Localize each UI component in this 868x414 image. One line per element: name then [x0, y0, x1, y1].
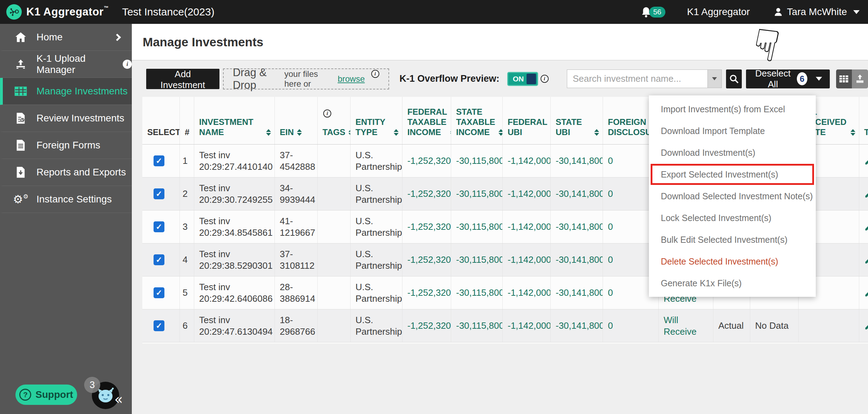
user-name: Tara McWhite — [787, 6, 847, 18]
cell-federal_ubi: -1,142,000 — [503, 309, 551, 342]
cell-federal_taxable_income: -1,252,320 — [402, 309, 451, 342]
col-header-state_taxable_income[interactable]: STATE TAXABLE INCOME — [451, 97, 503, 144]
sidebar-item-label: K-1 Upload Manager — [36, 53, 114, 75]
info-icon[interactable]: i — [123, 60, 132, 69]
brand-name: K1 Aggregator™ — [26, 6, 109, 18]
search-button[interactable] — [726, 69, 742, 88]
select-cell — [142, 145, 180, 177]
col-header-select: SELECT — [142, 97, 180, 144]
row-checkbox[interactable] — [154, 188, 164, 199]
support-button[interactable]: ? Support — [15, 385, 77, 405]
sidebar-item-foreign-forms[interactable]: Foreign Forms — [0, 132, 132, 159]
sidebar-item-manage-investments[interactable]: Manage Investments — [0, 78, 132, 105]
menu-item-delete-selected-investments[interactable]: Delete Selected Investment(s) — [649, 251, 816, 272]
col-header-label: FEDERAL TAXABLE INCOME — [407, 107, 447, 137]
row-checkbox[interactable] — [154, 155, 164, 166]
col-header-tags[interactable]: TAGSi — [318, 97, 351, 144]
cell-tags — [318, 145, 351, 177]
select-cell — [142, 243, 180, 276]
col-header-federal_ubi[interactable]: FEDERAL UBI — [503, 97, 551, 144]
document-icon — [14, 139, 27, 151]
cell-ein: 41-1219667 — [275, 211, 318, 243]
row-checkbox[interactable] — [154, 287, 164, 298]
row-checkbox[interactable] — [154, 221, 164, 232]
cell-federal_ubi: -1,142,000 — [503, 178, 551, 210]
add-investment-button[interactable]: Add Investment — [146, 69, 219, 89]
view-toggle-group — [836, 69, 868, 88]
col-header-label: # — [185, 127, 189, 137]
cell-name: Test inv 20:29:47.6130494 — [194, 309, 275, 342]
sidebar-item-review-investments[interactable]: Review Investments — [0, 105, 132, 132]
cell-federal_taxable_income: -1,252,320 — [402, 145, 451, 177]
table-view-button[interactable] — [836, 69, 852, 88]
search-filter-dropdown[interactable] — [707, 70, 721, 88]
row-checkbox[interactable] — [154, 320, 164, 331]
edit-cell — [859, 276, 868, 309]
edit-icon[interactable] — [864, 156, 868, 166]
deselect-all-button[interactable]: Deselect All 6 — [746, 69, 829, 88]
info-icon[interactable]: i — [323, 109, 331, 118]
col-header-state_ubi[interactable]: STATE UBI — [551, 97, 603, 144]
upload-view-button[interactable] — [852, 69, 868, 88]
cell-foreign_disclosure: 0 — [603, 309, 659, 342]
molecule-icon — [9, 7, 19, 17]
cell-state_taxable_income: -30,115,800 — [451, 211, 503, 243]
menu-item-lock-selected-investments[interactable]: Lock Selected Investment(s) — [649, 207, 816, 229]
cell-name: Test inv 20:29:42.6406086 — [194, 276, 275, 309]
menu-item-download-selected-investment-notes[interactable]: Download Selected Investment Note(s) — [649, 185, 816, 207]
menu-item-download-import-template[interactable]: Download Import Template — [649, 120, 816, 142]
edit-icon[interactable] — [864, 288, 868, 298]
document-chart-icon — [14, 112, 27, 124]
question-mark-icon: ? — [19, 389, 31, 401]
cell-num: 5 — [180, 276, 194, 309]
notification-count-badge: 56 — [649, 7, 665, 18]
cell-k1_status: Will Receive — [659, 309, 713, 342]
edit-icon[interactable] — [864, 255, 868, 265]
cat-bot-icon — [96, 387, 115, 404]
info-icon[interactable]: i — [371, 70, 379, 78]
edit-icon[interactable] — [864, 321, 868, 330]
edit-icon[interactable] — [864, 222, 868, 232]
notifications-button[interactable]: 56 — [641, 6, 665, 18]
cell-num: 2 — [180, 178, 194, 210]
col-header-entity[interactable]: ENTITY TYPE — [351, 97, 402, 144]
cell-state_taxable_income: -30,115,800 — [451, 243, 503, 276]
col-header-label: EIN — [280, 127, 294, 137]
k1-overflow-toggle[interactable]: ON — [507, 72, 538, 86]
menu-item-bulk-edit-selected-investments[interactable]: Bulk Edit Selected Investment(s) — [649, 229, 816, 251]
table-row: 6Test inv 20:29:47.613049418-2968766U.S.… — [142, 309, 868, 342]
cell-state_ubi: -30,141,800 — [551, 309, 603, 342]
cell-num: 3 — [180, 211, 194, 243]
sidebar-item-reports-and-exports[interactable]: Reports and Exports — [0, 159, 132, 186]
collapse-sidebar-icon[interactable]: « — [114, 392, 123, 406]
search-input[interactable] — [567, 70, 707, 88]
menu-item-import-investments-from-excel[interactable]: Import Investment(s) from Excel — [649, 98, 816, 120]
menu-item-generate-k1x-files[interactable]: Generate K1x File(s) — [649, 272, 816, 294]
info-icon[interactable]: i — [541, 75, 549, 83]
browse-link[interactable]: browse — [338, 74, 365, 84]
sidebar-item-k1-upload-manager[interactable]: K-1 Upload Manager i — [0, 51, 132, 78]
drag-drop-zone[interactable]: Drag & Drop your files here or browse i — [223, 68, 389, 89]
col-header-ein[interactable]: EIN — [275, 97, 318, 144]
sidebar-item-home[interactable]: Home — [0, 24, 132, 51]
menu-item-export-selected-investments[interactable]: Export Selected Investment(s) — [649, 163, 816, 185]
app-name-link[interactable]: K1 Aggregator — [687, 6, 750, 18]
col-header-federal_taxable_income[interactable]: FEDERAL TAXABLE INCOME — [402, 97, 451, 144]
sort-arrows-icon — [594, 129, 599, 136]
cell-num: 6 — [180, 309, 194, 342]
user-menu[interactable]: Tara McWhite — [773, 6, 860, 18]
cell-name: Test inv 20:29:27.4410140 — [194, 145, 275, 177]
app-logo[interactable] — [6, 4, 22, 20]
row-checkbox[interactable] — [154, 254, 164, 265]
edit-icon[interactable] — [864, 189, 868, 199]
col-header-label: SELECT — [147, 127, 180, 137]
sidebar-item-instance-settings[interactable]: ⚙⚙ Instance Settings — [0, 186, 132, 213]
col-header-num: # — [180, 97, 194, 144]
cell-k1_received_date — [799, 309, 859, 342]
col-header-name[interactable]: INVESTMENT NAME — [194, 97, 275, 144]
sort-arrows-icon — [266, 129, 271, 136]
menu-item-download-investments[interactable]: Download Investment(s) — [649, 142, 816, 163]
cell-federal_ubi: -1,142,000 — [503, 211, 551, 243]
search-box — [567, 69, 722, 88]
dropzone-subtitle: your files here or — [284, 69, 333, 89]
